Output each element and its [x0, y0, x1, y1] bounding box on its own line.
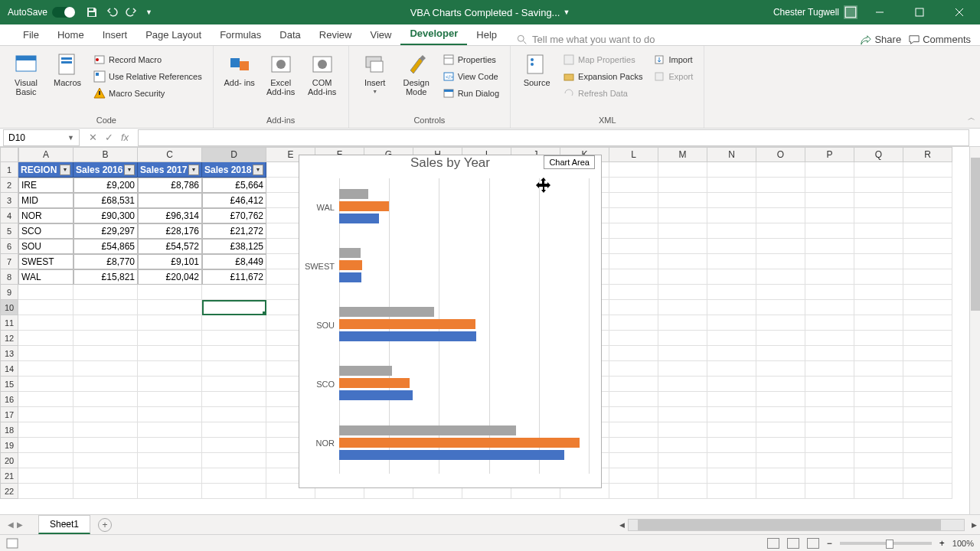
column-header[interactable]: O [756, 147, 805, 162]
cell[interactable] [138, 392, 202, 407]
cell[interactable] [658, 453, 707, 468]
cell[interactable]: £5,664 [202, 178, 266, 193]
cell[interactable]: £38,125 [202, 239, 266, 254]
chart-bar[interactable] [339, 260, 362, 270]
cell[interactable] [658, 162, 707, 178]
cell[interactable] [805, 392, 854, 407]
cell[interactable] [202, 422, 266, 438]
cell[interactable] [854, 223, 903, 239]
fx-icon[interactable]: fx [121, 132, 129, 143]
cell[interactable] [707, 315, 756, 331]
cell[interactable] [138, 285, 202, 300]
cell[interactable] [903, 300, 952, 315]
cell[interactable] [854, 269, 903, 285]
cancel-formula-icon[interactable]: ✕ [89, 132, 97, 143]
cell[interactable] [903, 162, 952, 178]
cell[interactable] [202, 346, 266, 361]
cell[interactable] [854, 407, 903, 422]
cell[interactable] [756, 300, 805, 315]
cell[interactable] [805, 346, 854, 361]
cell[interactable] [707, 438, 756, 453]
filter-button[interactable]: ▼ [124, 165, 135, 175]
cell[interactable] [74, 407, 138, 422]
cell[interactable] [805, 453, 854, 468]
cell[interactable] [202, 331, 266, 346]
cell[interactable] [805, 361, 854, 377]
cell[interactable] [903, 361, 952, 377]
cell[interactable] [707, 361, 756, 377]
cell[interactable] [805, 315, 854, 331]
cell[interactable] [18, 438, 74, 453]
cell[interactable] [202, 484, 266, 499]
import-button[interactable]: Import [650, 52, 696, 67]
cell[interactable] [658, 331, 707, 346]
cell[interactable] [609, 239, 658, 254]
cell[interactable] [707, 254, 756, 269]
normal-view-button[interactable] [767, 538, 779, 549]
cell[interactable] [609, 422, 658, 438]
cell[interactable]: SWEST [18, 254, 74, 269]
cell[interactable] [903, 223, 952, 239]
cell[interactable] [74, 453, 138, 468]
minimize-button[interactable] [862, 0, 897, 24]
cell[interactable] [658, 193, 707, 208]
scroll-right-button[interactable]: ▶ [968, 519, 980, 531]
record-macro-status-icon[interactable] [6, 538, 18, 549]
cell[interactable] [756, 315, 805, 331]
tab-insert[interactable]: Insert [93, 26, 137, 45]
cell[interactable] [18, 300, 74, 315]
name-box[interactable]: D10▼ [3, 129, 80, 146]
tab-page-layout[interactable]: Page Layout [136, 26, 211, 45]
cell[interactable] [609, 468, 658, 484]
cell[interactable] [138, 377, 202, 392]
cell[interactable]: Sales 2018▼ [202, 162, 266, 178]
page-break-view-button[interactable] [807, 538, 819, 549]
cell[interactable] [854, 361, 903, 377]
cell[interactable] [903, 377, 952, 392]
cell[interactable] [202, 377, 266, 392]
sheet-nav-arrows[interactable]: ◀▶ [8, 520, 23, 529]
cell[interactable] [903, 438, 952, 453]
row-header[interactable]: 12 [0, 331, 18, 346]
cell[interactable] [854, 162, 903, 178]
cell[interactable] [18, 315, 74, 331]
column-header[interactable]: P [805, 147, 854, 162]
zoom-level[interactable]: 100% [952, 539, 974, 548]
cell[interactable] [18, 484, 74, 499]
cell[interactable]: MID [18, 193, 74, 208]
chart-bar[interactable] [339, 201, 389, 211]
cell[interactable] [202, 315, 266, 331]
cell[interactable] [707, 178, 756, 193]
design-mode-button[interactable]: Design Mode [398, 49, 435, 96]
cell[interactable] [805, 300, 854, 315]
cell[interactable] [854, 377, 903, 392]
cell[interactable] [707, 407, 756, 422]
column-header[interactable]: B [74, 147, 138, 162]
cell[interactable] [854, 346, 903, 361]
addins-button[interactable]: Add- ins [221, 49, 258, 87]
cell[interactable] [854, 484, 903, 499]
cell[interactable]: IRE [18, 178, 74, 193]
cell[interactable] [202, 468, 266, 484]
cell[interactable] [854, 438, 903, 453]
cell[interactable] [138, 300, 202, 315]
cell[interactable] [707, 300, 756, 315]
cell[interactable]: £29,297 [74, 223, 138, 239]
cell[interactable] [18, 346, 74, 361]
cell[interactable] [609, 453, 658, 468]
cell[interactable] [658, 239, 707, 254]
cell[interactable] [756, 468, 805, 484]
cell[interactable] [903, 178, 952, 193]
cell[interactable]: £28,176 [138, 223, 202, 239]
cell[interactable]: £11,672 [202, 269, 266, 285]
tell-me-search[interactable]: Tell me what you want to do [517, 34, 655, 45]
cell[interactable] [658, 361, 707, 377]
macro-security-button[interactable]: Macro Security [90, 86, 205, 101]
cell[interactable]: £54,865 [74, 239, 138, 254]
cell[interactable] [609, 361, 658, 377]
cell[interactable] [854, 392, 903, 407]
cell[interactable] [903, 208, 952, 223]
cell[interactable] [707, 269, 756, 285]
new-sheet-button[interactable]: + [98, 518, 112, 532]
cell[interactable] [138, 468, 202, 484]
